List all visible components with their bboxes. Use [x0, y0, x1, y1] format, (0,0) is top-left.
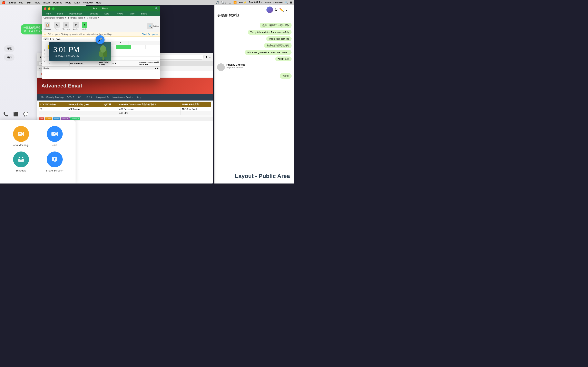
cell-sup-1[interactable]: ADF Chin. Read.: [181, 107, 211, 111]
cell-loc-2[interactable]: [39, 111, 67, 115]
square-icon[interactable]: ⬛: [13, 112, 18, 117]
menu-insert[interactable]: Insert: [43, 1, 50, 4]
formula-input[interactable]: [56, 38, 159, 40]
menubar-dropbox: 🗂: [229, 1, 231, 4]
conditional-format-label[interactable]: Conditional Formatting ▼: [43, 17, 67, 19]
maximize-button[interactable]: [52, 7, 54, 10]
cell-styles-label[interactable]: Cell Styles ▼: [87, 17, 99, 19]
tab-share[interactable]: Share: [140, 12, 148, 15]
nav-item-2[interactable]: TOOLS: [66, 95, 76, 99]
zoom-button-grid: New Meeting ▾ Join 19: [0, 120, 76, 178]
menu-view[interactable]: View: [34, 1, 40, 4]
tab-review[interactable]: Review: [114, 12, 124, 15]
number-icon[interactable]: #: [73, 22, 79, 28]
schedule-button[interactable]: 19 Schedule: [5, 150, 37, 174]
nav-item-4[interactable]: 最近保: [85, 95, 94, 100]
nav-item-5[interactable]: Company Info: [95, 95, 111, 99]
new-meeting-arrow[interactable]: ▾: [28, 144, 29, 146]
header-qty[interactable]: Name 姓名 小时 (see): [98, 60, 111, 66]
menu-help[interactable]: Help: [96, 1, 102, 4]
bookmark-btn[interactable]: ☆: [209, 56, 211, 58]
clipboard-icon[interactable]: 📋: [44, 22, 50, 28]
share-btn[interactable]: ⬆: [205, 56, 207, 58]
microphone-button[interactable]: 🎤: [95, 35, 104, 44]
tab-purple[interactable]: Contacts: [61, 117, 70, 120]
menu-data[interactable]: Data: [74, 1, 80, 4]
tab-data[interactable]: Data: [103, 12, 110, 15]
join-button[interactable]: Join: [39, 124, 71, 148]
header-location[interactable]: 5: [48, 60, 70, 66]
share-screen-arrow[interactable]: ▾: [62, 170, 63, 172]
nav-item-7[interactable]: Shop: [135, 95, 143, 99]
cell-sup-2[interactable]: [181, 111, 211, 115]
cell-ref-display[interactable]: G4: [43, 38, 49, 40]
cell-name-2[interactable]: [67, 111, 103, 115]
cell-e1[interactable]: [116, 45, 131, 49]
nav-item-6[interactable]: Marketplace + Service: [111, 95, 134, 99]
tab-home[interactable]: Home: [43, 12, 52, 15]
chevron-down-icon[interactable]: ⌄: [285, 8, 288, 11]
col-f[interactable]: F: [129, 42, 145, 45]
reload-icon[interactable]: ↻: [275, 8, 278, 12]
cell-loc-1[interactable]: 中: [39, 107, 67, 111]
cell-f1[interactable]: [131, 45, 146, 49]
cell-comm-2[interactable]: ADF BPS: [118, 111, 180, 115]
back-btn[interactable]: ◀: [39, 56, 41, 58]
app-name[interactable]: Excel: [9, 1, 16, 4]
cell-g1[interactable]: [146, 45, 160, 49]
menu-edit[interactable]: Edit: [26, 1, 31, 4]
phone-icon[interactable]: 📞: [3, 112, 8, 117]
bubble-icon[interactable]: 💬: [23, 112, 28, 117]
menu-window[interactable]: Window: [83, 1, 93, 4]
share-screen-button[interactable]: Share Screen ▾: [39, 150, 71, 174]
alignment-icon[interactable]: ≡: [63, 22, 69, 28]
right-msg-outgoing-3: This is your best line: [215, 35, 294, 42]
menu-format[interactable]: Format: [53, 1, 62, 4]
user-avatar[interactable]: [267, 7, 273, 13]
tab-blue[interactable]: Teams: [53, 117, 60, 120]
tab-formulas[interactable]: Formulas: [87, 12, 99, 15]
apple-menu[interactable]: 🍎: [2, 1, 6, 4]
check-updates-btn[interactable]: Check for updates: [142, 33, 158, 35]
format-table-label[interactable]: Format as Table ▼: [68, 17, 85, 19]
notification-icon[interactable]: ☰: [290, 1, 292, 4]
header-supplier[interactable]: Available Commission 商品介绍 零件了: [139, 60, 160, 66]
excel-search-icon[interactable]: 🔍: [155, 7, 158, 10]
nav-item-1[interactable]: Menu/Security Roadmap: [39, 95, 65, 99]
compose-icon[interactable]: ✏️: [279, 8, 284, 12]
new-meeting-button[interactable]: New Meeting ▾: [5, 124, 37, 148]
cell-comm-1[interactable]: ADF Processors: [118, 107, 180, 111]
tab-insert[interactable]: Insert: [56, 12, 64, 15]
header-name[interactable]: LOCATION 公差: [70, 60, 98, 66]
formula-separator: |: [50, 38, 51, 40]
col-g[interactable]: G: [144, 42, 160, 45]
nav-item-3[interactable]: 新 11: [76, 95, 84, 100]
sheet-next-icon[interactable]: ▶: [157, 67, 159, 69]
cell-qty-1[interactable]: [103, 107, 118, 111]
search-icon[interactable]: 🔍: [285, 1, 288, 4]
search-toolbar-icon[interactable]: 🔍: [147, 23, 153, 29]
menu-tools[interactable]: Tools: [65, 1, 71, 4]
close-button[interactable]: [44, 7, 46, 10]
search-group: 🔍 Editing: [147, 23, 159, 29]
col-e[interactable]: E: [112, 42, 129, 45]
tab-orange[interactable]: Subtab: [45, 117, 52, 120]
cell-qty-2[interactable]: [103, 111, 118, 115]
sheet-prev-icon[interactable]: ◀: [155, 67, 156, 69]
minimize-button[interactable]: [48, 7, 51, 10]
font-icon[interactable]: A: [54, 22, 60, 28]
cells-label: Cells: [82, 28, 86, 30]
tab-page-layout[interactable]: Page Layout: [68, 12, 83, 15]
row-num-3: 3: [42, 53, 48, 57]
contact-row[interactable]: Privacy Choices Payment Verified: [215, 62, 294, 72]
header-commission[interactable]: QTY 量: [110, 60, 139, 66]
new-meeting-label-row: New Meeting ▾: [12, 143, 29, 147]
tab-green[interactable]: Processor: [70, 117, 80, 120]
tab-view[interactable]: View: [129, 12, 136, 15]
clipboard-group: 📋 Clipboard: [43, 22, 52, 30]
menu-file[interactable]: File: [19, 1, 23, 4]
expand-icon[interactable]: ⋯: [290, 8, 292, 11]
tab-red[interactable]: Tab: [39, 117, 44, 120]
cells-icon[interactable]: ■: [82, 22, 87, 28]
cell-name-1[interactable]: ADF Package: [67, 107, 103, 111]
